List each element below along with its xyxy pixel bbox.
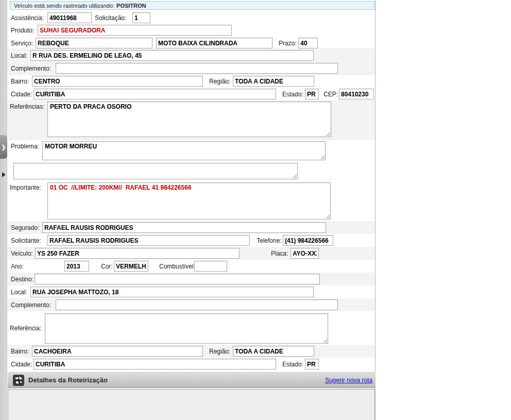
bairro2-field[interactable] <box>32 346 203 357</box>
complemento-field[interactable] <box>56 63 338 74</box>
segurado-field[interactable] <box>42 222 326 233</box>
local2-label: Local: <box>11 289 27 296</box>
produto-field[interactable] <box>38 25 232 36</box>
cidade2-field[interactable] <box>33 359 276 369</box>
prazo-field[interactable] <box>298 38 318 48</box>
veiculo-label: Veículo: <box>11 250 33 257</box>
ano-field[interactable] <box>64 261 89 272</box>
tracking-provider: POSITRON <box>116 3 146 9</box>
cidade-label: Cidade: <box>11 91 32 98</box>
telefone-label: Telefone: <box>257 237 282 244</box>
regiao-field[interactable] <box>233 76 314 87</box>
solicitante-field[interactable] <box>47 235 250 246</box>
cidade-field[interactable] <box>33 89 276 99</box>
bairro-label: Bairro: <box>11 78 29 85</box>
complemento2-label: Complemento: <box>11 301 51 309</box>
combustivel-label: Combustível: <box>159 263 195 270</box>
estado-field[interactable] <box>305 89 319 99</box>
cor-field[interactable] <box>114 261 148 272</box>
estado2-label: Estado: <box>282 361 303 368</box>
cor-label: Cor: <box>101 263 113 270</box>
routing-title: Detalhes da Roteirização <box>28 376 108 384</box>
estado-label: Estado: <box>282 91 303 98</box>
complemento-label: Complemento: <box>11 65 51 72</box>
assistance-form: Veículo está sendo rastreado utilizando:… <box>8 0 376 420</box>
triangle-right-icon[interactable] <box>2 172 6 177</box>
placa-label: Placa: <box>271 250 288 257</box>
referencia2-label: Referência: <box>10 325 41 332</box>
routing-header: Detalhes da Roteirização Sugerir nova ro… <box>8 372 376 388</box>
referencias-label: Referências: <box>10 103 44 110</box>
tracking-banner: Veículo está sendo rastreado utilizando:… <box>10 1 375 10</box>
referencias-field[interactable]: PERTO DA PRACA OSORIO <box>47 102 331 137</box>
ano-label: Ano: <box>11 263 24 270</box>
local-label: Local: <box>11 52 27 59</box>
assistencia-label: Assistência: <box>11 14 44 22</box>
placa-field[interactable] <box>291 248 319 259</box>
destino-field[interactable] <box>35 274 320 284</box>
complemento2-field[interactable] <box>56 299 338 310</box>
assistencia-field[interactable] <box>47 12 92 23</box>
problema-field[interactable]: MOTOR MORREU <box>42 141 326 160</box>
servico-field[interactable] <box>36 38 152 48</box>
globe-icon <box>13 375 24 386</box>
importante-field[interactable]: 01 OC //LIMITE: 200KM// RAFAEL 41 984226… <box>47 182 331 220</box>
segurado-label: Segurado: <box>11 224 39 231</box>
local2-field[interactable] <box>30 287 314 297</box>
referencia2-field[interactable] <box>45 313 328 344</box>
solicitacao-field[interactable] <box>132 12 150 23</box>
bairro-field[interactable] <box>32 76 203 87</box>
servico-label: Serviço: <box>11 40 33 47</box>
estado2-field[interactable] <box>305 359 319 369</box>
destino-label: Destino: <box>11 276 33 283</box>
cep-label: CEP: <box>323 91 338 98</box>
observacao-field[interactable] <box>13 163 298 179</box>
telefone-field[interactable] <box>283 235 333 246</box>
combustivel-field[interactable] <box>194 261 227 272</box>
chevron-right-icon[interactable]: ❯ <box>0 135 7 159</box>
regiao-label: Região: <box>209 78 230 85</box>
regiao2-field[interactable] <box>233 346 314 357</box>
bairro2-label: Bairro: <box>11 348 29 355</box>
cidade2-label: Cidade: <box>11 361 32 368</box>
produto-label: Produto: <box>11 27 34 34</box>
suggest-route-link[interactable]: Sugerir nova rota <box>325 377 372 384</box>
regiao2-label: Região: <box>209 348 230 355</box>
local-field[interactable] <box>30 50 314 61</box>
page: ❯ Veículo está sendo rastreado utilizand… <box>0 0 511 420</box>
side-splitter-bar: ❯ <box>0 0 7 420</box>
cep-field[interactable] <box>339 89 374 99</box>
tracking-text: Veículo está sendo rastreado utilizando: <box>14 3 114 9</box>
problema-label: Problema: <box>11 143 39 150</box>
solicitacao-label: Solicitação: <box>95 14 126 22</box>
importante-label: Importante: <box>10 184 41 191</box>
servico-detalhe-field[interactable] <box>156 38 272 48</box>
routing-panel <box>8 389 375 420</box>
solicitante-label: Solicitante: <box>11 237 41 244</box>
prazo-label: Prazo: <box>279 40 297 47</box>
veiculo-field[interactable] <box>35 248 240 259</box>
